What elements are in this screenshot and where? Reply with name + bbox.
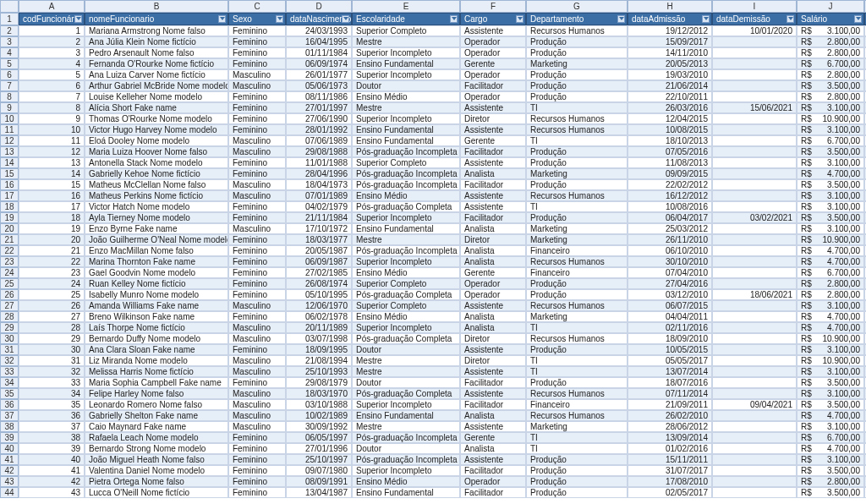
cell[interactable]: 02/05/2017 bbox=[628, 487, 712, 498]
row-header[interactable]: 8 bbox=[0, 91, 19, 102]
cell[interactable]: R$10.900,00 bbox=[797, 113, 864, 124]
cell[interactable]: 07/05/2016 bbox=[628, 146, 712, 157]
cell[interactable]: Ensino Médio bbox=[352, 91, 460, 102]
cell[interactable]: Ayla Tierney Nome modelo bbox=[85, 212, 228, 223]
cell[interactable]: Leonardo Romero Nome falso bbox=[85, 399, 228, 410]
cell[interactable]: Masculino bbox=[228, 300, 286, 311]
filter-dropdown-icon[interactable] bbox=[450, 15, 458, 23]
cell[interactable]: R$3.100,00 bbox=[797, 388, 864, 399]
cell[interactable]: 01/11/1984 bbox=[286, 47, 352, 58]
cell[interactable]: 14 bbox=[19, 168, 85, 179]
cell[interactable]: 18/03/1977 bbox=[286, 234, 352, 245]
cell[interactable]: Recursos Humanos bbox=[526, 300, 628, 311]
cell[interactable]: 03/02/2021 bbox=[712, 212, 797, 223]
cell[interactable]: Ensino Fundamental bbox=[352, 135, 460, 146]
cell[interactable]: R$4.700,00 bbox=[797, 322, 864, 333]
cell[interactable]: Feminino bbox=[228, 168, 286, 179]
cell[interactable]: Pós-graduação Incompleta bbox=[352, 179, 460, 190]
cell[interactable]: Assistente bbox=[460, 157, 526, 168]
cell[interactable]: 43 bbox=[19, 487, 85, 498]
cell[interactable]: R$4.700,00 bbox=[797, 245, 864, 256]
cell[interactable]: Facilitador bbox=[460, 179, 526, 190]
cell[interactable]: Gael Goodvin Nome modelo bbox=[85, 267, 228, 278]
cell[interactable]: R$3.100,00 bbox=[797, 223, 864, 234]
cell[interactable]: Doutor bbox=[352, 80, 460, 91]
cell[interactable]: 18/04/1973 bbox=[286, 179, 352, 190]
cell[interactable]: Analista bbox=[460, 443, 526, 454]
cell[interactable] bbox=[712, 201, 797, 212]
cell[interactable]: Ensino Fundamental bbox=[352, 58, 460, 69]
cell[interactable]: Diretor bbox=[460, 113, 526, 124]
row-header[interactable]: 7 bbox=[0, 80, 19, 91]
cell[interactable]: Recursos Humanos bbox=[526, 124, 628, 135]
cell[interactable]: Superior Incompleto bbox=[352, 399, 460, 410]
cell[interactable]: 12/06/1970 bbox=[286, 300, 352, 311]
row-header[interactable]: 19 bbox=[0, 212, 19, 223]
cell[interactable]: 07/01/1989 bbox=[286, 190, 352, 201]
row-header[interactable]: 24 bbox=[0, 267, 19, 278]
cell[interactable]: 13/07/2014 bbox=[628, 366, 712, 377]
cell[interactable]: 09/04/2021 bbox=[712, 399, 797, 410]
cell[interactable]: 7 bbox=[19, 91, 85, 102]
row-header[interactable]: 10 bbox=[0, 113, 19, 124]
header-7[interactable]: dataAdmissão bbox=[628, 13, 712, 25]
cell[interactable]: Operador bbox=[460, 278, 526, 289]
cell[interactable]: 15/09/2017 bbox=[628, 36, 712, 47]
cell[interactable]: 32 bbox=[19, 366, 85, 377]
cell[interactable]: Maria Luiza Hoover Nome falso bbox=[85, 146, 228, 157]
cell[interactable]: 26/08/1974 bbox=[286, 278, 352, 289]
cell[interactable]: 05/10/1995 bbox=[286, 289, 352, 300]
col-header-J[interactable]: J bbox=[797, 0, 864, 13]
cell[interactable]: Masculino bbox=[228, 410, 286, 421]
cell[interactable]: Assistente bbox=[460, 25, 526, 36]
cell[interactable]: Ensino Médio bbox=[352, 311, 460, 322]
cell[interactable]: R$4.700,00 bbox=[797, 168, 864, 179]
cell[interactable]: R$10.900,00 bbox=[797, 355, 864, 366]
cell[interactable]: Pós-graduação Completa bbox=[352, 289, 460, 300]
cell[interactable]: 26/02/2010 bbox=[628, 410, 712, 421]
cell[interactable] bbox=[712, 256, 797, 267]
cell[interactable]: 30/10/2010 bbox=[628, 256, 712, 267]
cell[interactable]: Operador bbox=[460, 91, 526, 102]
cell[interactable]: 20/05/2013 bbox=[628, 58, 712, 69]
cell[interactable]: 25/03/2012 bbox=[628, 223, 712, 234]
cell[interactable]: Analista bbox=[460, 168, 526, 179]
filter-dropdown-icon[interactable] bbox=[342, 15, 349, 23]
cell[interactable]: Feminino bbox=[228, 487, 286, 498]
cell[interactable]: 26/03/2016 bbox=[628, 102, 712, 113]
cell[interactable]: 28/01/1992 bbox=[286, 124, 352, 135]
row-header[interactable]: 1 bbox=[0, 13, 19, 25]
cell[interactable]: Produção bbox=[526, 289, 628, 300]
cell[interactable]: 10/08/2015 bbox=[628, 124, 712, 135]
cell[interactable]: 06/02/1978 bbox=[286, 311, 352, 322]
filter-dropdown-icon[interactable] bbox=[218, 15, 226, 23]
cell[interactable]: 5 bbox=[19, 69, 85, 80]
cell[interactable]: Produção bbox=[526, 146, 628, 157]
row-header[interactable]: 13 bbox=[0, 146, 19, 157]
cell[interactable]: 06/09/1974 bbox=[286, 58, 352, 69]
cell[interactable]: 12 bbox=[19, 146, 85, 157]
row-header[interactable]: 31 bbox=[0, 344, 19, 355]
header-6[interactable]: Departamento bbox=[526, 13, 628, 25]
row-header[interactable]: 22 bbox=[0, 245, 19, 256]
cell[interactable]: Mestre bbox=[352, 421, 460, 432]
cell[interactable]: Produção bbox=[526, 476, 628, 487]
filter-dropdown-icon[interactable] bbox=[74, 15, 82, 23]
cell[interactable]: Ensino Fundamental bbox=[352, 223, 460, 234]
cell[interactable]: Victor Hatch Nome modelo bbox=[85, 201, 228, 212]
cell[interactable]: 29/08/1988 bbox=[286, 146, 352, 157]
cell[interactable]: 14/11/2010 bbox=[628, 47, 712, 58]
cell[interactable]: 31 bbox=[19, 355, 85, 366]
cell[interactable] bbox=[712, 135, 797, 146]
cell[interactable]: Maria Sophia Campbell Fake name bbox=[85, 377, 228, 388]
cell[interactable]: Assistente bbox=[460, 421, 526, 432]
cell[interactable]: Breno Wilkinson Fake name bbox=[85, 311, 228, 322]
spreadsheet-grid[interactable]: ABCDEFGHIJK1codFuncionárionomeFuncionari… bbox=[0, 0, 866, 498]
cell[interactable]: R$3.100,00 bbox=[797, 201, 864, 212]
cell[interactable]: João Guilherme O'Neal Nome modelo bbox=[85, 234, 228, 245]
cell[interactable]: Facilitador bbox=[460, 146, 526, 157]
cell[interactable]: Ensino Médio bbox=[352, 190, 460, 201]
cell[interactable]: R$3.100,00 bbox=[797, 454, 864, 465]
cell[interactable]: Financeiro bbox=[526, 245, 628, 256]
cell[interactable]: Pós-graduação Completa bbox=[352, 333, 460, 344]
